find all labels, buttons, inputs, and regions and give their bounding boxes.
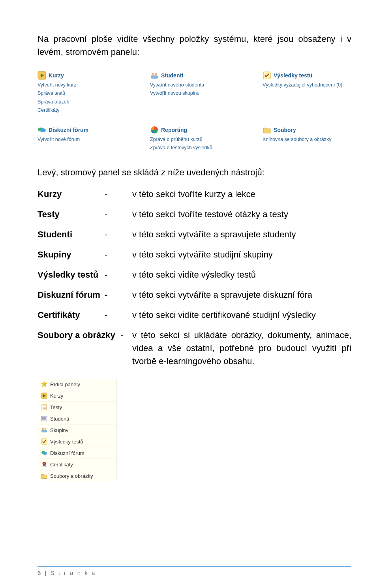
tree-item-label: Skupiny [50,427,68,433]
def-term: Kurzy [38,188,105,201]
tree-item-label: Certifikáty [50,462,73,468]
def-desc: v této sekci vytváříte a spravujete stud… [132,228,351,241]
def-term: Testy [38,208,105,221]
dashboard-row-1: Kurzy Vytvořit nový kurz Správa testů Sp… [38,71,351,115]
def-desc: v této sekci vidíte certifikované studij… [132,308,351,321]
footer-text: 6 | S t r á n k a [38,569,351,576]
def-row-testy: Testy - v této sekci tvoříte testové otá… [38,208,351,221]
svg-point-3 [155,73,157,75]
tree-item-vysledky[interactable]: Výsledky testů [38,436,116,447]
def-row-forum: Diskuzní fórum - v této sekci vytváříte … [38,288,351,301]
def-desc: v této sekci vidíte výsledky testů [132,268,351,281]
tree-item-studenti[interactable]: Studenti [38,413,116,424]
def-row-certifikaty: Certifikáty - v této sekci vidíte certif… [38,308,351,321]
dash-separator: - [105,268,132,281]
svg-point-21 [45,428,47,430]
footer-rule [38,566,351,567]
def-desc: v této sekci vytváříte studijní skupiny [132,248,351,261]
dash-sub-link[interactable]: Vytvořit novou skupinu [150,90,239,97]
def-term: Výsledky testů [38,268,105,281]
dash-separator: - [105,248,132,261]
tree-item-forum[interactable]: Diskuzní fórum [38,447,116,458]
check-icon [263,71,271,80]
def-row-vysledky: Výsledky testů - v této sekci vidíte výs… [38,268,351,281]
def-term: Diskuzní fórum [38,288,105,301]
def-row-kurzy: Kurzy - v této sekci tvoříte kurzy a lek… [38,188,351,201]
def-term: Studenti [38,228,105,241]
people-icon [150,71,159,80]
def-desc: v této sekci si ukládáte obrázky, dokume… [132,329,351,368]
dash-separator: - [105,208,132,221]
def-row-skupiny: Skupiny - v této sekci vytváříte studijn… [38,248,351,261]
dash-separator: - [120,329,132,342]
dashboard-card-title: Výsledky testů [274,72,312,79]
dash-sub-link[interactable]: Certifikáty [38,107,126,114]
def-desc: v této sekci tvoříte testové otázky a te… [132,208,351,221]
list-icon [41,415,48,422]
tree-item-testy[interactable]: Testy [38,401,116,413]
tree-panel: Řídící panely Kurzy Testy Studenti Skupi… [38,379,116,481]
dashboard-card-kurzy: Kurzy Vytvořit nový kurz Správa testů Sp… [38,71,126,115]
play-icon [38,71,46,80]
def-desc: v této sekci tvoříte kurzy a lekce [132,188,351,201]
dashboard-card-soubory: Soubory Knihovna se soubory a obrázky [263,126,351,153]
play-icon [41,392,48,399]
dashboard-card-title: Studenti [161,72,183,79]
dash-sub-link[interactable]: Zpráva o průběhu kurzů [150,136,239,143]
dashboard-card-title: Kurzy [49,72,64,79]
page-icon [41,404,48,411]
tree-item-ridici-panely[interactable]: Řídící panely [38,379,116,390]
footer-sep: | [42,569,50,576]
page-footer: 6 | S t r á n k a [38,566,351,576]
people-icon [41,426,48,434]
tree-item-label: Testy [50,404,62,410]
badge-icon [41,461,48,468]
tree-item-label: Soubory a obrázky [50,473,93,479]
dash-sub-link[interactable]: Zpráva o testových výsledků [150,144,239,152]
dash-sub-link[interactable]: Správa otázek [38,98,126,106]
dashboard-card-studenti: Studenti Vytvořit nového studenta Vytvoř… [150,71,239,115]
svg-marker-9 [41,381,47,387]
tree-item-skupiny[interactable]: Skupiny [38,424,116,436]
check-icon [41,438,48,445]
dash-sub-link[interactable]: Vytvořit nový kurz [38,81,126,89]
svg-point-25 [43,452,47,455]
def-term: Soubory a obrázky [38,329,120,342]
tree-item-certifikaty[interactable]: Certifikáty [38,458,116,470]
dash-sub-link[interactable]: Knihovna se soubory a obrázky [263,136,351,143]
dashboard-card-vysledky: Výsledky testů Výsledky vyžadující vyhod… [263,71,351,115]
tree-item-label: Studenti [50,416,69,422]
page-number: 6 [38,569,42,576]
dashboard-row-2: Diskuzní fórum Vytvořit nové fórum Repor… [38,126,351,153]
def-row-soubory: Soubory a obrázky - v této sekci si uklá… [38,329,351,368]
chat-icon [38,126,46,134]
svg-rect-4 [151,75,158,79]
def-term: Skupiny [38,248,105,261]
dash-separator: - [105,308,132,321]
dashboard-card-title: Diskuzní fórum [49,127,88,133]
def-term: Certifikáty [38,308,105,321]
tree-item-kurzy[interactable]: Kurzy [38,390,116,401]
def-desc: v této sekci vytváříte a spravujete disk… [132,288,351,301]
svg-point-20 [42,428,44,430]
svg-point-2 [152,73,154,75]
dashboard-card-title: Reporting [161,127,187,133]
tree-item-label: Kurzy [50,393,63,399]
folder-icon [263,126,271,134]
dash-sub-link[interactable]: Výsledky vyžadující vyhodnocení (0) [263,81,351,89]
footer-label: S t r á n k a [51,569,96,576]
tree-item-label: Řídící panely [50,381,80,387]
svg-rect-22 [41,430,47,432]
dash-sub-link[interactable]: Vytvořit nového studenta [150,81,239,89]
dash-sub-link[interactable]: Správa testů [38,90,126,97]
svg-rect-23 [41,439,47,444]
intro-paragraph: Na pracovní ploše vidíte všechny položky… [38,32,351,58]
dash-sub-link[interactable]: Vytvořit nové fórum [38,136,126,143]
tree-item-label: Výsledky testů [50,439,83,445]
dash-separator: - [105,228,132,241]
section-title: Levý, stromový panel se skládá z níže uv… [38,166,351,179]
tree-item-soubory[interactable]: Soubory a obrázky [38,470,116,481]
svg-point-7 [40,128,46,132]
dash-separator: - [105,188,132,201]
def-row-studenti: Studenti - v této sekci vytváříte a spra… [38,228,351,241]
